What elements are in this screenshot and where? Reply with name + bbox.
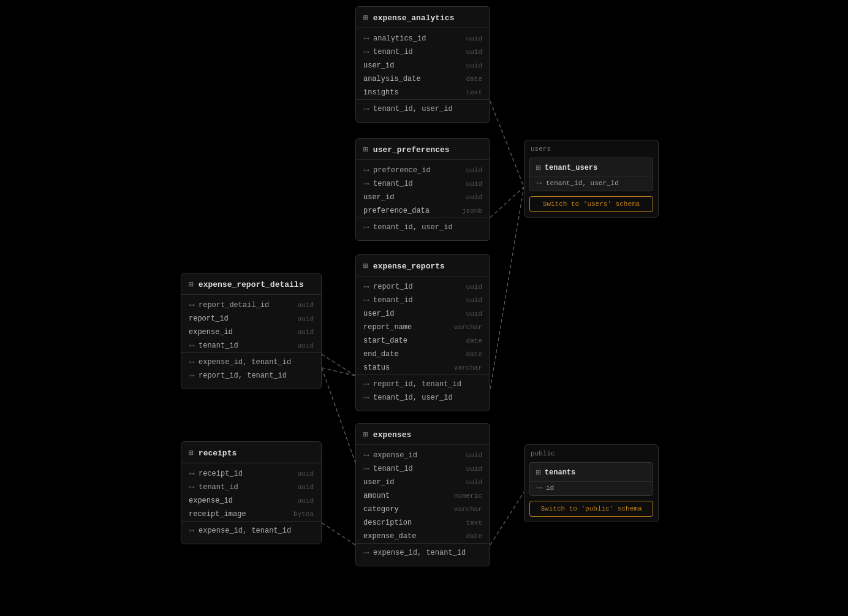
table-icon-expense_reports: ⊞ bbox=[363, 261, 368, 271]
fk-icon: ⊶ bbox=[536, 484, 542, 492]
canvas: ⊞ expense_analytics ⊶ analytics_id uuid … bbox=[0, 0, 848, 616]
row-name: user_id bbox=[363, 310, 394, 318]
fk-icon: ⊶ bbox=[189, 342, 195, 349]
pk-icon: ⊶ bbox=[363, 35, 369, 42]
row-type: uuid bbox=[466, 283, 482, 291]
table-row: ⊶ tenant_id uuid bbox=[356, 177, 490, 191]
table-expense_reports: ⊞ expense_reports ⊶ report_id uuid ⊶ ten… bbox=[355, 254, 490, 411]
table-row: ⊶ preference_id uuid bbox=[356, 164, 490, 177]
row-name: expense_id bbox=[189, 496, 233, 505]
row-name: user_id bbox=[363, 193, 394, 202]
row-type: varchar bbox=[454, 364, 482, 371]
table-row: ⊶ report_id uuid bbox=[356, 280, 490, 294]
table-name-expense_reports: expense_reports bbox=[373, 262, 445, 271]
table-header-expense_analytics: ⊞ expense_analytics bbox=[356, 7, 490, 28]
schema-inner-header-public: ⊞ tenants bbox=[530, 463, 653, 482]
row-name: report_detail_id bbox=[199, 301, 269, 310]
fk-icon: ⊶ bbox=[363, 549, 369, 557]
table-row: ⊶ tenant_id, user_id bbox=[356, 391, 490, 405]
pk-icon: ⊶ bbox=[363, 283, 369, 291]
table-row: receipt_image bytea bbox=[181, 508, 321, 521]
schema-inner-table-public: ⊞ tenants ⊶ id bbox=[529, 462, 653, 496]
table-row: ⊶ tenant_id uuid bbox=[181, 481, 321, 494]
row-type: numeric bbox=[454, 492, 482, 500]
table-header-expense_report_details: ⊞ expense_report_details bbox=[181, 273, 321, 295]
fk-icon: ⊶ bbox=[536, 180, 542, 187]
table-row: preference_data jsonb bbox=[356, 204, 490, 218]
table-row: ⊶ expense_id, tenant_id bbox=[181, 356, 321, 369]
row-type: uuid bbox=[466, 310, 482, 318]
schema-inner-table-users: ⊞ tenant_users ⊶ tenant_id, user_id bbox=[529, 158, 653, 191]
table-row: ⊶ tenant_id uuid bbox=[356, 462, 490, 476]
table-header-expense_reports: ⊞ expense_reports bbox=[356, 255, 490, 276]
table-user_preferences: ⊞ user_preferences ⊶ preference_id uuid … bbox=[355, 138, 490, 241]
row-name: report_id, tenant_id bbox=[373, 380, 461, 389]
fk-icon: ⊶ bbox=[363, 465, 369, 473]
table-rows-expense_reports: ⊶ report_id uuid ⊶ tenant_id uuid user_i… bbox=[356, 276, 490, 411]
svg-line-1 bbox=[490, 187, 524, 218]
svg-line-0 bbox=[490, 101, 524, 187]
row-name: expense_id bbox=[373, 451, 417, 460]
row-name: category bbox=[363, 505, 399, 514]
table-row: report_name varchar bbox=[356, 321, 490, 334]
switch-schema-button-users[interactable]: Switch to 'users' schema bbox=[529, 196, 653, 212]
row-type: uuid bbox=[466, 452, 482, 459]
row-name: report_id, tenant_id bbox=[199, 371, 287, 380]
row-type: uuid bbox=[298, 484, 314, 491]
fk-icon: ⊶ bbox=[363, 180, 369, 188]
pk-icon: ⊶ bbox=[189, 470, 195, 477]
row-type: date bbox=[466, 337, 482, 344]
row-type: bytea bbox=[293, 511, 314, 518]
table-row: ⊶ tenant_id, user_id bbox=[356, 221, 490, 234]
row-name: tenant_id bbox=[373, 48, 413, 56]
fk-icon: ⊶ bbox=[363, 381, 369, 388]
table-icon-user_preferences: ⊞ bbox=[363, 145, 368, 154]
table-icon-expenses: ⊞ bbox=[363, 430, 368, 439]
table-expense_report_details: ⊞ expense_report_details ⊶ report_detail… bbox=[181, 273, 322, 389]
row-name: tenant_id, user_id bbox=[373, 394, 453, 402]
row-name: receipt_image bbox=[189, 510, 246, 519]
table-row: expense_date date bbox=[356, 530, 490, 543]
schema-inner-row: ⊶ id bbox=[530, 482, 653, 495]
table-footer-expense_report_details: ⊶ expense_id, tenant_id ⊶ report_id, ten… bbox=[181, 352, 321, 385]
row-type: date bbox=[466, 533, 482, 540]
table-expenses: ⊞ expenses ⊶ expense_id uuid ⊶ tenant_id… bbox=[355, 423, 490, 566]
table-row: expense_id uuid bbox=[181, 325, 321, 339]
row-name: tenant_id bbox=[373, 296, 413, 305]
pk-icon: ⊶ bbox=[363, 167, 369, 174]
table-footer-user_preferences: ⊶ tenant_id, user_id bbox=[356, 218, 490, 237]
row-name: report_id bbox=[189, 314, 229, 323]
row-name: receipt_id bbox=[199, 470, 243, 478]
table-name-expense_analytics: expense_analytics bbox=[373, 13, 455, 23]
row-name: start_date bbox=[363, 337, 407, 345]
switch-schema-button-public[interactable]: Switch to 'public' schema bbox=[529, 501, 653, 517]
row-name: tenant_id bbox=[373, 465, 413, 473]
row-type: uuid bbox=[298, 302, 314, 309]
row-type: text bbox=[466, 519, 482, 527]
row-name: expense_date bbox=[363, 532, 416, 541]
table-rows-expenses: ⊶ expense_id uuid ⊶ tenant_id uuid user_… bbox=[356, 445, 490, 566]
row-name: expense_id, tenant_id bbox=[199, 358, 291, 367]
table-icon-expense_report_details: ⊞ bbox=[189, 279, 194, 289]
schema-box-public: public ⊞ tenants ⊶ id Switch to 'public'… bbox=[524, 444, 659, 522]
row-name: tenant_id bbox=[373, 180, 413, 188]
row-type: uuid bbox=[466, 465, 482, 473]
row-type: uuid bbox=[466, 297, 482, 304]
table-name-user_preferences: user_preferences bbox=[373, 145, 450, 154]
table-row: ⊶ report_id, tenant_id bbox=[181, 369, 321, 382]
row-name: expense_id bbox=[189, 328, 233, 337]
row-name: amount bbox=[363, 492, 390, 500]
table-footer-expense_reports: ⊶ report_id, tenant_id ⊶ tenant_id, user… bbox=[356, 375, 490, 407]
table-row: ⊶ tenant_id uuid bbox=[356, 45, 490, 59]
table-receipts: ⊞ receipts ⊶ receipt_id uuid ⊶ tenant_id… bbox=[181, 441, 322, 544]
schema-label-public: public bbox=[524, 445, 658, 460]
row-name: analytics_id bbox=[373, 34, 426, 43]
row-type: uuid bbox=[298, 329, 314, 336]
row-name: expense_id, tenant_id bbox=[373, 549, 466, 557]
row-type: uuid bbox=[466, 194, 482, 201]
row-name: report_id bbox=[373, 283, 413, 291]
row-type: uuid bbox=[466, 48, 482, 56]
table-row: ⊶ expense_id, tenant_id bbox=[356, 546, 490, 560]
row-name: tenant_id bbox=[199, 483, 238, 492]
pk-icon: ⊶ bbox=[189, 302, 195, 309]
